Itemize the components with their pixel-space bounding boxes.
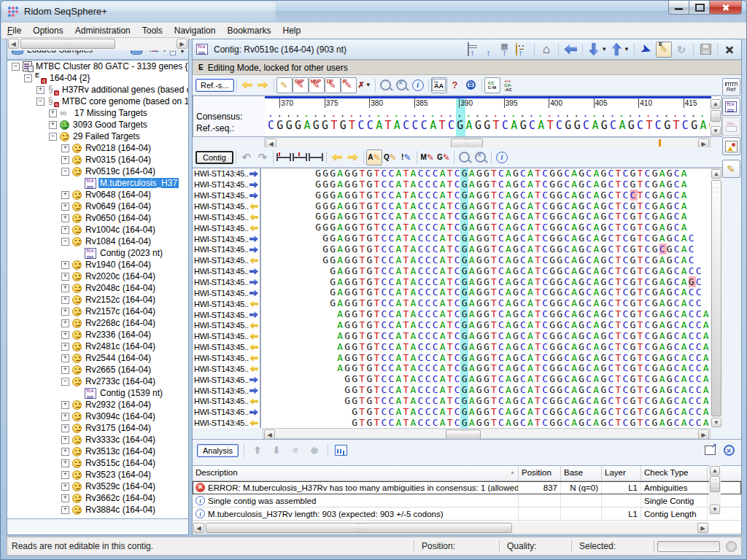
close-analysis-icon[interactable]: × [721,443,737,459]
collapse-icon[interactable]: − [61,168,69,176]
tree-item[interactable]: +Rv2268c (164-04) [7,317,188,329]
collapse-icon[interactable]: − [61,238,69,246]
read-row-sequence[interactable]: AGGTGTCCATACCCATCGAGGTCAGCATCGGCAGCAGCTC… [263,331,711,342]
tree-item[interactable]: +Rv2152c (164-04) [7,294,188,306]
save-icon[interactable] [697,42,713,58]
read-row-name[interactable]: HWI-ST143:45.. [193,222,260,233]
expand-icon[interactable]: + [61,506,69,514]
tree-item[interactable]: +Rv0218 (164-04) [7,142,188,154]
read-row-sequence[interactable]: GGGAGGTGTCCATACCCATCGAGGTCAGCATCGGCAGCAG… [263,190,711,201]
reads-vertical-scrollbar[interactable]: ▲ ▼ [711,168,722,428]
expand-icon[interactable]: + [61,494,69,502]
expand-icon[interactable]: + [61,343,69,351]
read-sequence-area[interactable]: GGGAGGTGTCCATACCCATCGAGGTCAGCATCGGCAGCAG… [263,168,711,428]
goto-icon[interactable]: ➤ [638,42,654,58]
expand-icon[interactable]: + [61,401,69,409]
export-task-up-icon[interactable] [500,43,513,56]
zoom-out-icon[interactable] [394,77,410,93]
contig-zoom-in-icon[interactable] [457,149,473,166]
consensus-compare-icon[interactable]: CCC-M [484,77,500,93]
read-row-name[interactable]: HWI-ST143:45.. [193,363,260,374]
move-down-icon[interactable]: ⬇ [268,443,285,459]
analysis-button[interactable]: Analysis [197,444,239,457]
column-header-position[interactable]: Position [519,466,561,481]
refresh-icon[interactable]: ↻ [673,42,689,58]
tree-item[interactable]: +Rv3662c (164-04) [7,492,188,504]
trim-right-icon[interactable] [292,149,308,166]
tree-item[interactable]: +Rv3529c (164-04) [7,481,188,492]
collapse-icon[interactable]: − [61,378,69,386]
close-button[interactable] [709,1,742,15]
tree-item[interactable]: +Rv2665 (164-04) [7,364,188,376]
read-row-sequence[interactable]: GGTGTCCATACCCATCGAGGTCAGCATCGGCAGCAGCTCG… [263,374,711,385]
g-pencil-icon[interactable]: G✎ [436,149,452,166]
contig-view-button[interactable] [722,98,740,116]
trace-view-button[interactable] [722,137,740,155]
ref-view-button[interactable]: Ref [722,78,740,96]
expand-icon[interactable]: + [61,214,69,222]
read-row-sequence[interactable]: GGGAGGTGTCCATACCCATCGAGGTCAGCATCGGCAGCAG… [263,222,711,233]
mnp-pencil-icon[interactable]: MNP✎ [309,77,325,93]
editing-mode-icon[interactable]: E✎ [656,42,672,58]
menu-item-help[interactable]: Help [277,23,307,39]
read-row-name[interactable]: HWI-ST143:45.. [193,266,260,277]
expand-icon[interactable]: + [61,191,69,199]
read-row-sequence[interactable]: GTGTCCATACCCATCGAGGTCAGCATCGGCAGCAGCTCGT… [263,418,711,428]
read-row-name[interactable]: HWI-ST143:45.. [193,309,260,320]
redo-icon[interactable]: ↷ [255,149,271,166]
tree-item[interactable]: +Rv2336 (164-04) [7,329,188,341]
next-diff-icon[interactable] [255,77,271,93]
tree-item[interactable]: +Rv3513c (164-04) [7,446,188,457]
expand-icon[interactable]: + [61,203,69,211]
tree-item[interactable]: +Rv3094c (164-04) [7,411,188,422]
tree-item[interactable]: −Rv1084 (164-04) [7,236,188,247]
menu-item-administration[interactable]: Administration [69,23,136,39]
tree-item[interactable]: +Rv2544 (164-04) [7,352,188,364]
tree-item[interactable]: +17 Missing Targets [7,107,188,119]
analysis-row[interactable]: iM.tuberculosis_H37Rv length: 903 (expec… [193,508,741,521]
read-row-sequence[interactable]: GGTGTCCATACCCATCGAGGTCAGCATCGGCAGCAGCTCG… [263,396,711,407]
read-row-sequence[interactable]: GGGAGGTGTCCATACCCATCGAGGTCAGCATCGGCAGCAG… [263,201,711,212]
contig-zoom-out-icon[interactable] [473,149,489,166]
menu-item-bookmarks[interactable]: Bookmarks [221,23,276,39]
reference-sequence-area[interactable]: 370375380385390395400405410415 ·········… [265,96,711,136]
tree-item[interactable]: +Rv3884c (164-04) [7,504,188,516]
export-chart-icon[interactable] [333,443,349,459]
titlebar[interactable]: Ridom SeqSphere+ [1,1,746,23]
zoom-in-icon[interactable] [378,77,394,93]
expand-icon[interactable]: + [61,261,69,269]
tree-item[interactable]: −MTBC Cluster 80 GATC - 3139 genes {1} [7,61,188,72]
next-disagreement-icon[interactable] [345,149,361,166]
read-row-sequence[interactable]: AGGTGTCCATACCCATCGAGGTCAGCATCGGCAGCAGCTC… [263,353,711,364]
read-row-name[interactable]: HWI-ST143:45.. [193,418,260,428]
menu-item-file[interactable]: File [1,23,27,39]
expand-icon[interactable]: + [61,296,69,304]
read-row-sequence[interactable]: AGGTGTCCATACCCATCGAGGTCAGCATCGGCAGCAGCTC… [263,363,711,374]
amino-acid-icon[interactable]: AA [431,77,447,93]
tree-item[interactable]: M.tuberculosis_H37 [7,177,188,189]
move-up-icon[interactable]: ⬆ [249,443,266,459]
minimize-button[interactable] [668,1,689,15]
read-row-name[interactable]: HWI-ST143:45.. [193,190,260,201]
expand-icon[interactable]: + [61,354,69,362]
read-row-name[interactable]: HWI-ST143:45.. [193,168,260,179]
undo-icon[interactable]: ↶ [239,149,255,166]
read-row-name[interactable]: HWI-ST143:45.. [193,407,260,418]
read-row-sequence[interactable]: GAGGTGTCCATACCCATCGAGGTCAGCATCGGCAGCAGCT… [263,287,711,298]
disagreement-pencil-icon[interactable]: !✎ [398,149,414,166]
scroll-thumb[interactable] [20,39,115,49]
expand-icon[interactable]: + [61,319,69,327]
read-row-sequence[interactable]: AGGTGTCCATACCCATCGAGGTCAGCATCGGCAGCAGCTC… [263,342,711,353]
column-header-check-type[interactable]: Check Type [641,466,708,481]
edit-pencil-icon[interactable]: ✎ [276,77,293,93]
maximize-button[interactable] [689,1,709,15]
close-contig-icon[interactable] [721,42,738,58]
read-row-name[interactable]: HWI-ST143:45.. [193,331,260,342]
expand-icon[interactable]: + [49,109,57,117]
analysis-row[interactable]: iSingle contig was assembledSingle Conti… [193,494,741,508]
read-row-name[interactable]: HWI-ST143:45.. [193,201,260,212]
expand-icon[interactable]: + [61,436,69,444]
expand-icon[interactable]: + [36,86,44,94]
collapse-icon[interactable]: − [49,133,57,141]
tree-item[interactable]: +Rv0315 (164-04) [7,154,188,166]
